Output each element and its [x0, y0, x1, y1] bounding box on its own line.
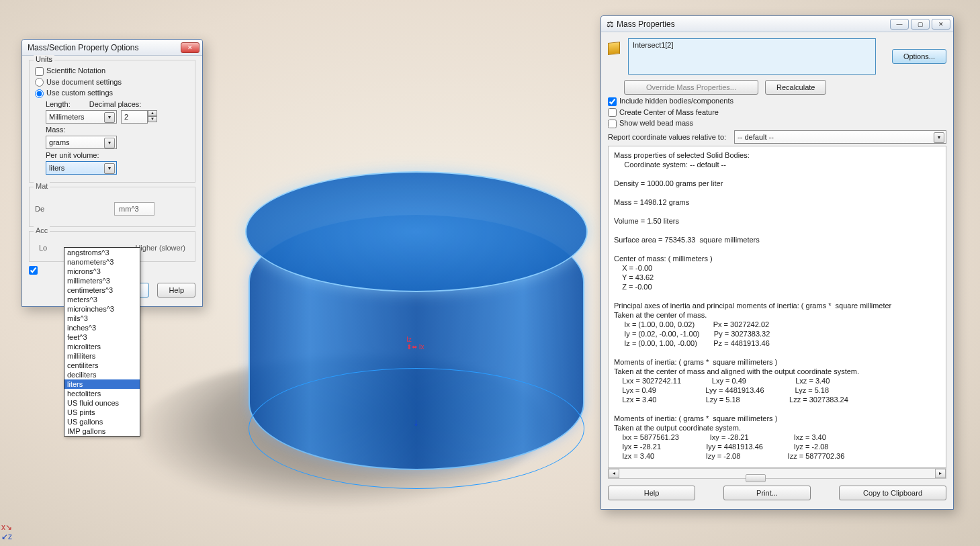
spin-up-icon[interactable]: ▲ [148, 110, 157, 116]
selection-box[interactable]: Intersect1[2] [628, 38, 876, 75]
sci-notation-checkbox[interactable]: Scientific Notation [35, 66, 105, 76]
horizontal-scrollbar[interactable]: ◂ ▸ [608, 468, 946, 479]
volume-option[interactable]: US gallons [64, 417, 140, 426]
accuracy-group-label: Acc [34, 226, 50, 234]
maximize-icon[interactable]: ▢ [911, 19, 930, 30]
scale-icon: ⚖ [607, 19, 614, 29]
results-text[interactable]: Mass properties of selected Solid Bodies… [608, 146, 946, 468]
volume-option[interactable]: hectoliters [64, 389, 140, 398]
density-unit-field[interactable]: mm^3 [114, 202, 154, 216]
per-volume-label: Per unit volume: [46, 151, 99, 159]
body-cube-icon [608, 42, 620, 55]
copy-clipboard-button[interactable]: Copy to Clipboard [839, 486, 946, 500]
mass-combo[interactable]: grams [46, 136, 117, 149]
volume-option[interactable]: milliliters [64, 351, 140, 361]
mass-properties-titlebar[interactable]: ⚖ Mass Properties — ▢ ✕ [601, 16, 953, 32]
include-hidden-checkbox[interactable]: Include hidden bodies/components [608, 97, 733, 106]
length-combo[interactable]: Millimeters [46, 110, 117, 124]
volume-option[interactable]: feet^3 [64, 332, 140, 342]
material-group: Mat De mm^3 [29, 187, 195, 227]
override-mass-button[interactable]: Override Mass Properties... [624, 80, 758, 95]
recalculate-button[interactable]: Recalculate [765, 80, 826, 95]
options-button[interactable]: Options... [892, 49, 946, 64]
help-button[interactable]: Help [157, 283, 195, 298]
decimal-spinner[interactable]: 2 ▲▼ [121, 110, 157, 124]
volume-option[interactable]: US pints [64, 408, 140, 417]
print-button[interactable]: Print... [723, 486, 811, 500]
volume-option[interactable]: meters^3 [64, 295, 140, 304]
scroll-right-icon[interactable]: ▸ [935, 469, 946, 478]
coord-relative-combo[interactable]: -- default -- [734, 130, 946, 144]
volume-option[interactable]: centimeters^3 [64, 285, 140, 295]
scroll-thumb[interactable] [746, 474, 766, 482]
per-volume-combo[interactable]: liters [46, 161, 117, 175]
coord-system-checkbox[interactable] [29, 266, 40, 275]
volume-option[interactable]: microliters [64, 342, 140, 351]
accuracy-low-label: Lo [39, 244, 47, 252]
material-group-label: Mat [34, 182, 50, 190]
scroll-left-icon[interactable]: ◂ [609, 469, 619, 478]
volume-option[interactable]: deciliters [64, 370, 140, 379]
units-group: Units Scientific Notation Use document s… [29, 60, 195, 183]
volume-option[interactable]: millimeters^3 [64, 276, 140, 285]
volume-option[interactable]: liters [64, 379, 140, 389]
volume-option[interactable]: US fluid ounces [64, 398, 140, 408]
close-icon[interactable]: ✕ [181, 42, 199, 53]
per-volume-dropdown-list[interactable]: angstroms^3nanometers^3microns^3millimet… [64, 247, 140, 437]
view-axis-icon: x↘↙z [1, 522, 12, 541]
options-dialog: Mass/Section Property Options ✕ Units Sc… [21, 39, 203, 307]
volume-option[interactable]: IMP gallons [64, 426, 140, 436]
decimal-label: Decimal places: [89, 100, 142, 108]
volume-option[interactable]: inches^3 [64, 323, 140, 332]
cylinder-top-face[interactable] [245, 171, 588, 292]
volume-option[interactable]: microns^3 [64, 267, 140, 276]
use-document-radio[interactable]: Use document settings [35, 78, 122, 87]
show-weld-checkbox[interactable]: Show weld bead mass [608, 119, 693, 128]
mass-label: Mass: [46, 126, 65, 134]
density-prefix: De [35, 205, 44, 213]
mass-properties-title: Mass Properties [617, 19, 888, 29]
create-com-checkbox[interactable]: Create Center of Mass feature [608, 108, 719, 118]
mass-properties-dialog: ⚖ Mass Properties — ▢ ✕ Intersect1[2] Op… [600, 15, 954, 510]
volume-option[interactable]: angstroms^3 [64, 248, 140, 257]
help-button[interactable]: Help [608, 486, 695, 500]
use-custom-radio[interactable]: Use custom settings [35, 89, 113, 98]
options-title: Mass/Section Property Options [28, 43, 179, 52]
minimize-icon[interactable]: — [890, 19, 909, 30]
coord-relative-label: Report coordinate values relative to: [608, 133, 726, 141]
volume-option[interactable]: microinches^3 [64, 304, 140, 314]
spin-down-icon[interactable]: ▼ [148, 116, 157, 122]
close-icon[interactable]: ✕ [932, 19, 950, 30]
units-group-label: Units [34, 55, 54, 63]
length-label: Length: [46, 100, 71, 108]
volume-option[interactable]: nanometers^3 [64, 257, 140, 267]
accuracy-high-label: Higher (slower) [135, 244, 185, 252]
options-titlebar[interactable]: Mass/Section Property Options ✕ [22, 40, 202, 56]
volume-option[interactable]: centiliters [64, 361, 140, 370]
volume-option[interactable]: mils^3 [64, 314, 140, 323]
